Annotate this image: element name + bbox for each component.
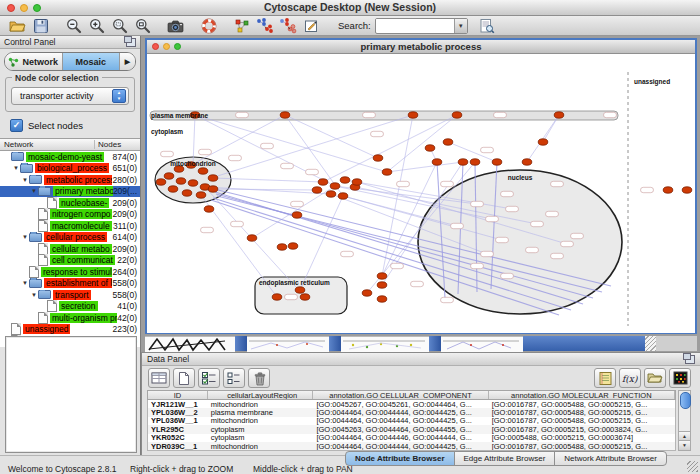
delete-attribute-icon[interactable]	[248, 368, 270, 388]
select-attributes-icon[interactable]	[198, 368, 220, 388]
network-node[interactable]	[295, 287, 305, 293]
tree-row[interactable]: ▼primary metabo209(...	[0, 186, 140, 198]
tree-item-label[interactable]: nitrogen compo	[50, 209, 112, 219]
tree-item-label[interactable]: biological_process	[35, 163, 109, 173]
network-thumbnail-1[interactable]	[145, 336, 235, 352]
network-node[interactable]	[198, 168, 208, 174]
tree-row[interactable]: nitrogen compo209(0)	[0, 209, 140, 221]
tree-item-label[interactable]: multi-organism pro	[50, 313, 117, 323]
network-node[interactable]	[300, 294, 310, 300]
region-nucleus[interactable]	[418, 170, 622, 314]
network-node[interactable]	[318, 179, 328, 185]
network-thumbnail-3[interactable]	[341, 336, 429, 352]
network-node[interactable]	[377, 296, 387, 302]
network-node[interactable]	[377, 282, 387, 288]
network-thumbnail-4[interactable]	[441, 336, 523, 352]
collapse-arrow-icon[interactable]: ▼	[21, 234, 29, 240]
tree-row[interactable]: cell communicat22(0)	[0, 255, 140, 267]
annotation-icon[interactable]	[300, 17, 321, 35]
tree-col-network[interactable]: Network	[0, 140, 94, 149]
collapse-arrow-icon[interactable]: ▼	[21, 177, 29, 183]
network-node[interactable]	[247, 235, 257, 241]
network-node[interactable]	[458, 159, 468, 165]
copy-view-blue-icon[interactable]	[254, 17, 275, 35]
tree-item-label[interactable]: macromolecule	[50, 221, 112, 231]
network-node[interactable]	[312, 187, 322, 193]
network-node[interactable]	[377, 273, 387, 279]
network-node[interactable]	[156, 179, 166, 185]
attribute-grid-icon[interactable]	[148, 368, 170, 388]
tree-row[interactable]: macromolecule311(0)	[0, 220, 140, 232]
network-edge[interactable]	[211, 115, 413, 178]
network-node[interactable]	[452, 112, 462, 118]
zoom-selected-icon[interactable]	[109, 17, 130, 35]
network-node[interactable]	[196, 192, 206, 198]
tab-node-attribute-browser[interactable]: Node Attribute Browser	[345, 451, 455, 466]
tree-row[interactable]: response to stimulu264(0)	[0, 266, 140, 278]
tree-item-label[interactable]: cell communicat	[50, 255, 115, 265]
tree-row[interactable]: unassigned223(0)	[0, 324, 140, 336]
tree-row[interactable]: cellular metabo209(0)	[0, 243, 140, 255]
network-edge[interactable]	[300, 196, 343, 290]
attribute-list-icon[interactable]	[594, 368, 616, 388]
network-canvas[interactable]: plasma membranecytoplasmmitochondrionnuc…	[147, 54, 695, 333]
column-header[interactable]: ID	[148, 391, 208, 399]
tree-row[interactable]: mosaic-demo-yeast874(0)	[0, 151, 140, 163]
network-node[interactable]	[432, 159, 442, 165]
network-node[interactable]	[182, 190, 192, 196]
network-node[interactable]	[288, 243, 298, 249]
network-node[interactable]	[188, 180, 198, 186]
tree-row[interactable]: nucleobase-209(0)	[0, 197, 140, 209]
search-input[interactable]	[376, 19, 454, 31]
table-row[interactable]: YDR039C__1mitochondrion[GO:0044464, GO:0…	[148, 442, 675, 450]
network-node[interactable]	[326, 191, 336, 197]
column-header[interactable]: annotation.GO CELLULAR_COMPONENT	[313, 391, 488, 399]
tree-row[interactable]: ▼establishment of lo558(0)	[0, 278, 140, 290]
node-color-dropdown[interactable]: transporter activity ▲▼	[11, 87, 129, 105]
network-node[interactable]	[663, 187, 673, 193]
tree-row[interactable]: secretion41(0)	[0, 301, 140, 313]
collapse-arrow-icon[interactable]: ▼	[30, 188, 38, 194]
network-icon[interactable]	[231, 17, 252, 35]
network-thumbnail-2[interactable]	[247, 336, 329, 352]
tab-network-attribute-browser[interactable]: Network Attribute Browser	[554, 451, 666, 466]
network-edge[interactable]	[285, 115, 378, 158]
new-attribute-icon[interactable]	[173, 368, 195, 388]
zoom-in-icon[interactable]	[86, 17, 107, 35]
scroll-down-icon[interactable]: ▼	[679, 440, 690, 450]
network-node[interactable]	[204, 206, 214, 212]
table-cell[interactable]: [GO:0044464, GO:0044444, GO:0044425, G..…	[313, 442, 488, 451]
network-node[interactable]	[277, 244, 287, 250]
tree-item-label[interactable]: cellular metabo	[50, 244, 112, 254]
network-node[interactable]	[330, 183, 340, 189]
unselect-attributes-icon[interactable]	[223, 368, 245, 388]
network-node[interactable]	[408, 112, 418, 118]
network-node[interactable]	[522, 159, 532, 165]
function-builder-icon[interactable]: f(x)	[619, 368, 641, 388]
region-plasma-membrane[interactable]	[150, 111, 618, 120]
network-node[interactable]	[492, 159, 502, 165]
save-icon[interactable]	[30, 17, 51, 35]
network-node[interactable]	[538, 139, 548, 145]
network-window-titlebar[interactable]: primary metabolic process	[147, 40, 695, 54]
chevron-down-icon[interactable]: ▾	[454, 19, 467, 33]
zoom-out-icon[interactable]	[63, 17, 84, 35]
table-cell[interactable]: [GO:0016787, GO:0005488, GO:0005215, G..…	[489, 442, 675, 451]
tree-row[interactable]: ▼transport558(0)	[0, 289, 140, 301]
network-node[interactable]	[280, 112, 290, 118]
column-header[interactable]: _cellularLayoutRegion	[208, 391, 314, 399]
network-edge[interactable]	[213, 189, 317, 190]
tree-item-label[interactable]: mosaic-demo-yeast	[26, 152, 104, 162]
collapse-arrow-icon[interactable]: ▼	[12, 165, 20, 171]
tree-item-label[interactable]: nucleobase-	[59, 198, 109, 208]
help-icon[interactable]	[198, 17, 219, 35]
advanced-search-icon[interactable]	[477, 17, 498, 35]
tree-col-nodes[interactable]: Nodes	[94, 140, 140, 149]
network-node[interactable]	[340, 177, 350, 183]
tree-item-label[interactable]: transport	[53, 290, 91, 300]
tree-row[interactable]: ▼metabolic process280(0)	[0, 174, 140, 186]
tree-row[interactable]: ▼biological_process651(0)	[0, 163, 140, 175]
snapshot-icon[interactable]	[165, 17, 186, 35]
network-node[interactable]	[168, 186, 178, 192]
table-scrollbar[interactable]: ▲ ▼	[678, 390, 691, 451]
